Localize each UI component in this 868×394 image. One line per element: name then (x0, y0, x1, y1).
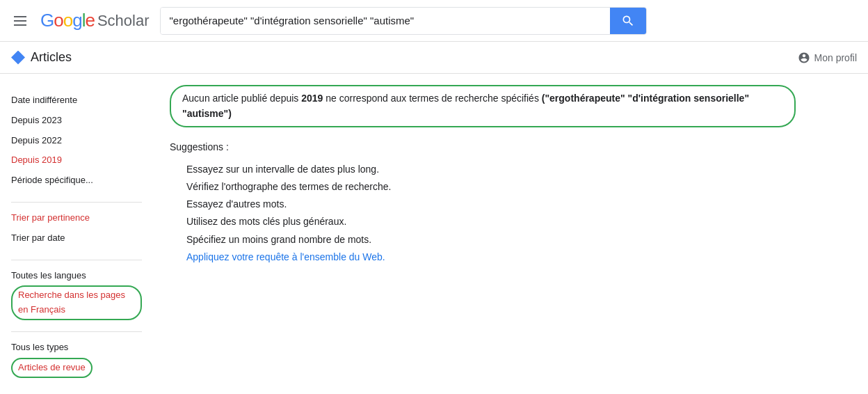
logo-scholar-text: Scholar (97, 12, 150, 30)
suggestion-item-2: Essayez d'autres mots. (186, 196, 851, 213)
logo: Google Scholar (40, 10, 149, 31)
suggestions-label: Suggestions : (170, 141, 851, 152)
sidebar-label-tous-types: Tous les types (11, 338, 142, 358)
sidebar-date-section: Date indifférente Depuis 2023 Depuis 202… (11, 90, 142, 191)
sidebar-label-toutes-langues: Toutes les langues (11, 266, 142, 286)
no-results-text-after-year: ne correspond aux termes de recherche sp… (323, 93, 541, 104)
mon-profil-label: Mon profil (814, 52, 857, 63)
sidebar-item-periode-specifique[interactable]: Période spécifique... (11, 171, 142, 191)
sidebar-type-section: Tous les types Articles de revue (11, 338, 142, 378)
sub-header-left: Articles (11, 50, 72, 65)
suggestion-item-4: Spécifiez un moins grand nombre de mots. (186, 231, 851, 249)
suggestion-item-5[interactable]: Appliquez votre requête à l'ensemble du … (186, 249, 851, 266)
sidebar-item-date-indifferente[interactable]: Date indifférente (11, 90, 142, 111)
suggestions-list: Essayez sur un intervalle de dates plus … (170, 161, 851, 266)
search-icon (621, 14, 635, 28)
sidebar-item-depuis-2023[interactable]: Depuis 2023 (11, 111, 142, 131)
sidebar-language-section: Toutes les langues Recherche dans les pa… (11, 266, 142, 320)
sidebar-item-depuis-2019[interactable]: Depuis 2019 (11, 150, 142, 171)
search-button[interactable] (610, 7, 646, 35)
no-results-text-before-year: Aucun article publié depuis (182, 93, 301, 104)
main-layout: Date indifférente Depuis 2023 Depuis 202… (0, 74, 868, 394)
header: Google Scholar (0, 0, 868, 42)
sidebar: Date indifférente Depuis 2023 Depuis 202… (0, 85, 153, 394)
no-results-message: Aucun article publié depuis 2019 ne corr… (170, 85, 796, 127)
hamburger-menu[interactable] (11, 13, 29, 29)
no-results-year: 2019 (301, 93, 323, 104)
sidebar-item-articles-revue[interactable]: Articles de revue (11, 358, 93, 378)
sidebar-sort-section: Trier par pertinence Trier par date (11, 208, 142, 249)
sidebar-divider-2 (11, 260, 142, 260)
suggestion-item-1: Vérifiez l'orthographe des termes de rec… (186, 178, 851, 196)
sidebar-item-depuis-2022[interactable]: Depuis 2022 (11, 131, 142, 151)
articles-diamond-icon (11, 51, 25, 65)
logo-google-text: Google (40, 10, 95, 31)
sidebar-divider-3 (11, 331, 142, 332)
search-input[interactable] (161, 8, 610, 34)
suggestion-item-0: Essayez sur un intervalle de dates plus … (186, 161, 851, 178)
sub-header: Articles Mon profil (0, 42, 868, 74)
sidebar-item-recherche-francais[interactable]: Recherche dans les pages en Français (11, 285, 142, 320)
apply-web-link[interactable]: Appliquez votre requête à l'ensemble du … (186, 251, 385, 262)
sidebar-item-trier-date[interactable]: Trier par date (11, 228, 142, 249)
sidebar-divider-1 (11, 202, 142, 203)
profile-icon (798, 52, 810, 64)
content-area: Aucun article publié depuis 2019 ne corr… (153, 85, 868, 394)
search-bar (160, 7, 647, 35)
mon-profil-link[interactable]: Mon profil (798, 52, 857, 64)
articles-title: Articles (31, 50, 72, 65)
sidebar-item-trier-pertinence[interactable]: Trier par pertinence (11, 208, 142, 228)
suggestion-item-3: Utilisez des mots clés plus généraux. (186, 213, 851, 230)
